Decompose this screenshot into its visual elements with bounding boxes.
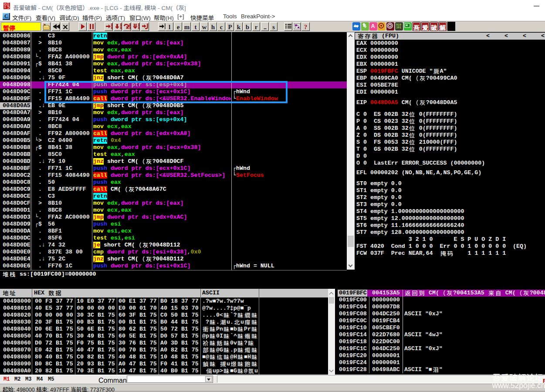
svg-text:A: A xyxy=(371,23,375,29)
svg-text:101: 101 xyxy=(396,26,401,29)
